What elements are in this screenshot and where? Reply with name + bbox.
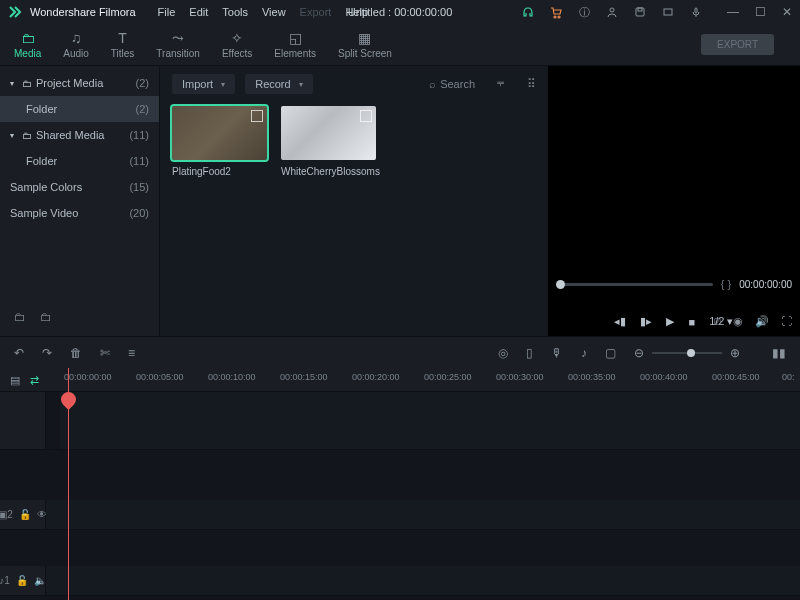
folder-icon: 🗀 — [22, 130, 32, 141]
tab-transition[interactable]: ⤳Transition — [156, 30, 200, 59]
sidebar-folder-2[interactable]: Folder(11) — [0, 148, 159, 174]
lock-icon[interactable]: 🔓 — [19, 509, 31, 520]
tab-splitscreen[interactable]: ▦Split Screen — [338, 30, 392, 59]
caret-down-icon: ▾ — [10, 79, 18, 88]
info-icon[interactable]: ⓘ — [577, 5, 591, 19]
timeline-options-icon[interactable]: ▮▮ — [772, 346, 786, 360]
new-folder-plus-icon[interactable]: 🗀 — [40, 310, 52, 324]
media-clip[interactable]: PlatingFood2 — [172, 106, 267, 177]
preview-viewport[interactable] — [548, 66, 800, 266]
chevron-down-icon: ▾ — [221, 80, 225, 89]
media-sidebar: ▾🗀Project Media(2) Folder(2) ▾🗀Shared Me… — [0, 66, 160, 336]
media-clip[interactable]: WhiteCherryBlossoms — [281, 106, 376, 177]
mic-icon[interactable] — [689, 5, 703, 19]
track-header: ▣2 🔓 👁 — [0, 500, 46, 529]
user-icon[interactable] — [605, 5, 619, 19]
track-video-2[interactable]: ▣2 🔓 👁 — [0, 500, 800, 530]
timeline-zoom: ⊖ ⊕ — [634, 346, 740, 360]
filter-icon[interactable]: ⫧ — [495, 77, 507, 91]
timeline-ruler[interactable]: ▤ ⇄ 00:00:00:00 00:00:05:00 00:00:10:00 … — [0, 368, 800, 392]
fullscreen-icon[interactable]: ⛶ — [781, 315, 792, 328]
tab-elements[interactable]: ◱Elements — [274, 30, 316, 59]
sidebar-sample-colors[interactable]: Sample Colors(15) — [0, 174, 159, 200]
zoom-out-button[interactable]: ⊖ — [634, 346, 644, 360]
marker-icon[interactable]: ▯ — [526, 346, 533, 360]
lock-icon[interactable]: 🔓 — [16, 575, 28, 586]
menu-tools[interactable]: Tools — [222, 6, 248, 18]
voiceover-icon[interactable]: 🎙 — [551, 346, 563, 360]
svg-rect-1 — [636, 8, 644, 16]
title-bar-actions: ⓘ — ☐ ✕ — [521, 5, 792, 19]
track-lane[interactable] — [60, 392, 800, 449]
sidebar-shared-media[interactable]: ▾🗀Shared Media(11) — [0, 122, 159, 148]
in-out-brackets[interactable]: { } — [721, 278, 731, 290]
svg-rect-3 — [664, 9, 672, 15]
sidebar-folder-1[interactable]: Folder(2) — [0, 96, 159, 122]
text-icon: T — [118, 30, 127, 46]
close-button[interactable]: ✕ — [782, 5, 792, 19]
play-button[interactable]: ▶ — [666, 315, 674, 328]
redo-button[interactable]: ↷ — [42, 346, 52, 360]
sidebar-sample-video[interactable]: Sample Video(20) — [0, 200, 159, 226]
menu-file[interactable]: File — [158, 6, 176, 18]
expand-icon[interactable] — [251, 110, 263, 122]
window-icon[interactable] — [661, 5, 675, 19]
document-title: Untitled : 00:00:00:00 — [348, 6, 453, 18]
tab-audio[interactable]: ♫Audio — [63, 30, 89, 59]
menu-view[interactable]: View — [262, 6, 286, 18]
undo-button[interactable]: ↶ — [14, 346, 24, 360]
track-badge: ▣2 — [0, 509, 13, 520]
grid-view-icon[interactable]: ⠿ — [527, 77, 536, 91]
track-badge: ♪1 — [0, 575, 10, 586]
mute-icon[interactable]: 🔈 — [34, 575, 46, 586]
zoom-slider[interactable] — [652, 352, 722, 354]
media-browser: Import▾ Record▾ ⌕Search ⫧ ⠿ PlatingFood2… — [160, 66, 548, 336]
cut-button[interactable]: ✄ — [100, 346, 110, 360]
clip-thumbnail[interactable] — [172, 106, 267, 160]
clip-thumbnail[interactable] — [281, 106, 376, 160]
sidebar-project-media[interactable]: ▾🗀Project Media(2) — [0, 70, 159, 96]
svg-point-0 — [610, 8, 614, 12]
tab-effects[interactable]: ✧Effects — [222, 30, 252, 59]
headset-icon[interactable] — [521, 5, 535, 19]
volume-icon[interactable]: 🔊 — [755, 315, 769, 328]
track-lane[interactable] — [46, 500, 800, 529]
track-video-main[interactable] — [0, 392, 800, 450]
record-dropdown[interactable]: Record▾ — [245, 74, 312, 94]
minimize-button[interactable]: — — [727, 5, 739, 19]
playhead[interactable] — [68, 368, 69, 600]
step-back-button[interactable]: ▮▸ — [640, 315, 652, 328]
track-audio-1[interactable]: ♪1 🔓 🔈 — [0, 566, 800, 596]
save-icon[interactable] — [633, 5, 647, 19]
timeline-toolbar: ↶ ↷ 🗑 ✄ ≡ ◎ ▯ 🎙 ♪ ▢ ⊖ ⊕ ▮▮ — [0, 336, 800, 368]
preview-scrubber[interactable] — [556, 283, 713, 286]
display-icon[interactable]: ⎚ — [714, 315, 721, 328]
link-icon[interactable]: ⇄ — [30, 374, 39, 387]
snapshot-icon[interactable]: ◉ — [733, 315, 743, 328]
zoom-in-button[interactable]: ⊕ — [730, 346, 740, 360]
tab-titles[interactable]: TTitles — [111, 30, 135, 59]
search-input[interactable]: ⌕Search — [429, 78, 475, 90]
tab-media[interactable]: 🗀Media — [14, 30, 41, 59]
search-icon: ⌕ — [429, 78, 436, 90]
track-lane[interactable] — [46, 566, 800, 595]
track-manager-icon[interactable]: ▤ — [10, 374, 20, 387]
svg-rect-2 — [638, 8, 642, 11]
music-icon[interactable]: ♪ — [581, 346, 587, 360]
import-dropdown[interactable]: Import▾ — [172, 74, 235, 94]
target-icon[interactable]: ◎ — [498, 346, 508, 360]
cart-icon[interactable] — [549, 5, 563, 19]
menu-edit[interactable]: Edit — [189, 6, 208, 18]
frame-icon[interactable]: ▢ — [605, 346, 616, 360]
expand-icon[interactable] — [360, 110, 372, 122]
prev-frame-button[interactable]: ◂▮ — [614, 315, 626, 328]
maximize-button[interactable]: ☐ — [755, 5, 766, 19]
app-logo-icon — [8, 5, 22, 19]
delete-button[interactable]: 🗑 — [70, 346, 82, 360]
adjust-icon[interactable]: ≡ — [128, 346, 135, 360]
stop-button[interactable]: ■ — [688, 316, 695, 328]
export-button[interactable]: EXPORT — [701, 34, 774, 55]
new-folder-icon[interactable]: 🗀 — [14, 310, 26, 324]
timeline: ▤ ⇄ 00:00:00:00 00:00:05:00 00:00:10:00 … — [0, 368, 800, 600]
preview-panel: { } 00:00:00:00 ◂▮ ▮▸ ▶ ■ 1/2 ▾ ⎚ ◉ 🔊 ⛶ — [548, 66, 800, 336]
